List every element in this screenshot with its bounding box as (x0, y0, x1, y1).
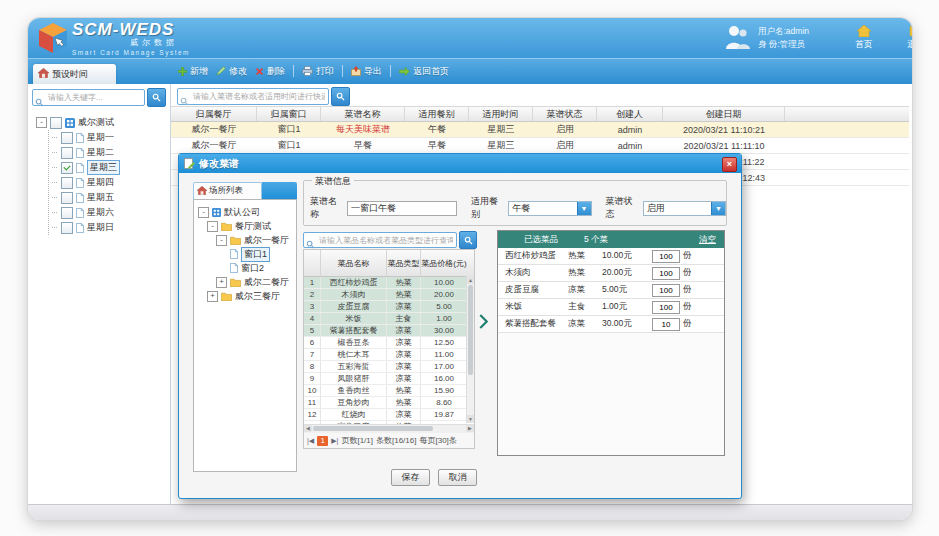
main-search-button[interactable] (331, 87, 350, 106)
column-header[interactable]: 菜品名称 (321, 250, 387, 276)
dish-row[interactable]: 11豆角炒肉热菜8.60 (304, 397, 468, 409)
sidebar-item[interactable]: 星期五 (52, 190, 170, 205)
quantity-input[interactable] (652, 301, 680, 314)
column-header[interactable] (304, 250, 321, 276)
toolbar-button-add[interactable]: 新增 (178, 65, 208, 78)
expand-icon[interactable]: + (207, 291, 218, 302)
save-button[interactable]: 保存 (391, 469, 430, 486)
clear-selection-link[interactable]: 清空 (699, 234, 716, 246)
column-header[interactable]: 归属窗口 (257, 107, 321, 121)
place-tree-item[interactable]: 窗口2 (194, 261, 296, 275)
column-header[interactable]: 菜谱名称 (321, 107, 405, 121)
sidebar-item[interactable]: 星期日 (52, 220, 170, 235)
scroll-right-icon[interactable]: ▶ (466, 425, 474, 432)
tab-preset-time[interactable]: 预设时间 (33, 64, 116, 84)
nav-logout[interactable]: 退出 (890, 25, 912, 51)
horizontal-scrollbar[interactable]: ◀ ▶ (304, 424, 474, 433)
dish-row[interactable]: 7桃仁木耳凉菜11.00 (304, 349, 468, 361)
toolbar-button-edit[interactable]: 修改 (216, 65, 247, 78)
cancel-button[interactable]: 取消 (438, 469, 477, 486)
table-row[interactable]: 威尔一餐厅窗口1每天美味菜谱午餐星期三启用admin2020/03/21 11:… (171, 122, 909, 138)
column-header[interactable]: 菜谱状态 (533, 107, 597, 121)
tab-place-list[interactable]: 场所列表 (193, 182, 262, 199)
checkbox[interactable] (61, 162, 73, 174)
sidebar-tree-root[interactable]: - 威尔测试 (36, 115, 170, 130)
nav-home[interactable]: 首页 (838, 25, 890, 51)
place-tree-item[interactable]: +威尔三餐厅 (194, 289, 296, 303)
meal-type-value: 午餐 (509, 202, 576, 215)
place-tree-item[interactable]: +威尔二餐厅 (194, 275, 296, 289)
table-cell: 每天美味菜谱 (321, 122, 405, 137)
place-tree-item[interactable]: -默认公司 (194, 205, 296, 219)
scrollbar-thumb[interactable] (313, 426, 433, 431)
close-icon[interactable]: × (722, 157, 737, 172)
checkbox[interactable] (61, 177, 73, 189)
column-header[interactable]: 适用餐别 (405, 107, 469, 121)
sidebar-item[interactable]: 星期六 (52, 205, 170, 220)
collapse-icon[interactable]: - (36, 117, 47, 128)
quantity-input[interactable] (652, 284, 680, 297)
last-page-icon[interactable]: ▶| (331, 437, 338, 445)
scroll-up-icon[interactable]: ▲ (467, 276, 474, 284)
place-tree-item[interactable]: -威尔一餐厅 (194, 233, 296, 247)
scroll-left-icon[interactable]: ◀ (304, 425, 312, 432)
vertical-scrollbar[interactable]: ▲ ▼ (466, 276, 474, 423)
search-icon (35, 93, 44, 111)
dish-row[interactable]: 9凤眼猪肝凉菜16.00 (304, 373, 468, 385)
column-header[interactable]: 适用时间 (469, 107, 533, 121)
meal-type-select[interactable]: 午餐 ▼ (508, 201, 591, 216)
quantity-input[interactable] (652, 250, 680, 263)
scroll-down-icon[interactable]: ▼ (467, 415, 474, 423)
sidebar-search-input[interactable] (46, 90, 143, 105)
column-header[interactable]: 创建日期 (663, 107, 785, 121)
place-tree-item[interactable]: 窗口1 (194, 247, 296, 261)
app-logo: SCM-WEDS 威尔数据 Smart Card Manage System (38, 20, 190, 58)
toolbar-button-print[interactable]: 打印 (302, 65, 334, 78)
dish-search-input[interactable] (317, 233, 455, 247)
column-header[interactable]: 菜品价格(元) (421, 250, 467, 276)
first-page-icon[interactable]: |◀ (307, 437, 314, 445)
dish-row[interactable]: 3皮蛋豆腐凉菜5.00 (304, 301, 468, 313)
dialog-titlebar[interactable]: 修改菜谱 × (179, 154, 741, 173)
table-row[interactable]: 威尔一餐厅窗口1早餐早餐星期三启用admin2020/03/21 11:11:1… (171, 138, 909, 154)
dish-row[interactable]: 2木须肉热菜20.00 (304, 289, 468, 301)
toolbar-button-export[interactable]: 导出 (351, 65, 382, 78)
quantity-input[interactable] (652, 267, 680, 280)
toolbar-button-back[interactable]: 返回首页 (399, 65, 449, 78)
quantity-input[interactable] (652, 318, 680, 331)
menu-name-input[interactable] (347, 201, 457, 216)
place-tree-item[interactable]: -餐厅测试 (194, 219, 296, 233)
main-search-input[interactable] (191, 89, 327, 104)
checkbox[interactable] (61, 192, 73, 204)
sidebar-item[interactable]: 星期一 (52, 130, 170, 145)
checkbox[interactable] (61, 222, 73, 234)
checkbox[interactable] (50, 117, 62, 129)
collapse-icon[interactable]: - (207, 221, 218, 232)
dish-row[interactable]: 4米饭主食1.00 (304, 313, 468, 325)
column-header[interactable]: 创建人 (597, 107, 663, 121)
dish-search-button[interactable] (459, 231, 477, 249)
sidebar-item[interactable]: 星期三 (52, 160, 170, 175)
sidebar-item[interactable]: 星期四 (52, 175, 170, 190)
dish-row[interactable]: 5紫薯搭配套餐凉菜30.00 (304, 325, 468, 337)
current-page[interactable]: 1 (317, 436, 328, 446)
sidebar-search-button[interactable] (147, 88, 166, 107)
dish-row[interactable]: 1西红柿炒鸡蛋热菜10.00 (304, 277, 468, 289)
move-right-icon[interactable] (478, 314, 489, 333)
dish-row[interactable]: 10鱼香肉丝热菜15.90 (304, 385, 468, 397)
scrollbar-thumb[interactable] (468, 285, 473, 375)
menu-status-select[interactable]: 启用 ▼ (643, 201, 726, 216)
dish-row[interactable]: 8五彩海蜇凉菜17.00 (304, 361, 468, 373)
expand-icon[interactable]: + (216, 277, 227, 288)
dish-row[interactable]: 12红烧肉凉菜19.87 (304, 409, 468, 421)
dish-row[interactable]: 6椒香豆条凉菜12.50 (304, 337, 468, 349)
column-header[interactable]: 菜品类型 (387, 250, 421, 276)
sidebar-item[interactable]: 星期二 (52, 145, 170, 160)
checkbox[interactable] (61, 207, 73, 219)
collapse-icon[interactable]: - (198, 207, 209, 218)
checkbox[interactable] (61, 132, 73, 144)
toolbar-button-delete[interactable]: 删除 (255, 65, 285, 78)
collapse-icon[interactable]: - (216, 235, 227, 246)
checkbox[interactable] (61, 147, 73, 159)
column-header[interactable]: 归属餐厅 (171, 107, 257, 121)
